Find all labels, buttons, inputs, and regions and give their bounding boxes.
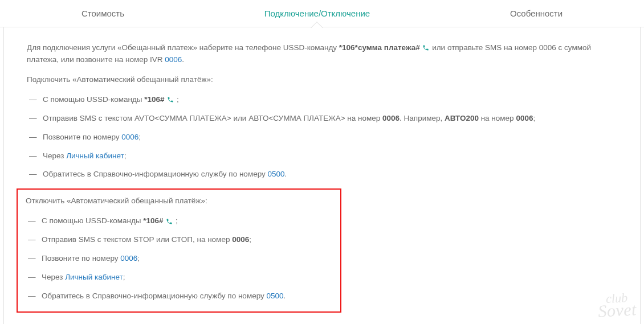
- item-text: ;: [124, 151, 127, 160]
- sms-number: 0006: [382, 114, 400, 122]
- highlight-box: Отключить «Автоматический обещанный плат…: [17, 188, 341, 313]
- item-text: . Например,: [400, 114, 445, 122]
- list-item: Позвоните по номеру 0006;: [26, 253, 332, 265]
- list-item: С помощью USSD-команды *106# ;: [26, 215, 332, 227]
- item-text: Позвоните по номеру: [43, 133, 121, 141]
- item-text: Позвоните по номеру: [42, 254, 120, 263]
- list-item: С помощью USSD-команды *106# ;: [27, 94, 617, 106]
- item-text: С помощью USSD-команды: [42, 216, 143, 225]
- ussd-code: *106#: [143, 216, 165, 225]
- tabs-bar: Стоимость Подключение/Отключение Особенн…: [0, 0, 644, 27]
- intro-text: .: [182, 55, 184, 64]
- item-text: .: [284, 292, 286, 300]
- ussd-code: *106#: [144, 95, 166, 104]
- phone-icon: [166, 218, 173, 225]
- account-link[interactable]: Личный кабинет: [66, 151, 124, 160]
- item-text: ;: [174, 95, 179, 104]
- tab-cost[interactable]: Стоимость: [81, 1, 124, 26]
- list-item: Обратитесь в Справочно-информационную сл…: [26, 290, 332, 302]
- intro-text: Для подключения услуги «Обещанный платеж…: [27, 43, 339, 52]
- item-text: Через: [43, 151, 66, 160]
- item-text: ;: [533, 114, 535, 122]
- call-link[interactable]: 0006: [121, 133, 138, 141]
- list-item: Позвоните по номеру 0006;: [27, 132, 617, 143]
- sms-number: 0006: [232, 235, 249, 244]
- item-text: ;: [138, 133, 141, 141]
- connect-list: С помощью USSD-команды *106# ; Отправив …: [27, 94, 617, 181]
- list-item: Отправив SMS с текстом AVTO<СУММА ПЛАТЕЖ…: [27, 113, 617, 125]
- item-text: на номер: [479, 114, 516, 122]
- support-link[interactable]: 0500: [267, 292, 284, 300]
- section-on-title: Подключить «Автоматический обещанный пла…: [27, 74, 617, 86]
- item-text: ;: [123, 273, 125, 281]
- list-item: Отправив SMS с текстом STOP или СТОП, на…: [26, 234, 332, 246]
- item-text: ;: [173, 216, 178, 225]
- item-text: .: [285, 170, 287, 178]
- call-link[interactable]: 0006: [120, 254, 137, 263]
- item-text: Отправив SMS с текстом STOP или СТОП, на…: [42, 235, 232, 244]
- list-item: Через Личный кабинет;: [27, 150, 617, 162]
- item-text: Через: [42, 273, 65, 281]
- disconnect-list: С помощью USSD-команды *106# ; Отправив …: [26, 215, 332, 302]
- section-off-title: Отключить «Автоматический обещанный плат…: [26, 195, 332, 207]
- phone-icon: [422, 44, 429, 51]
- item-text: ;: [137, 254, 140, 263]
- item-text: Отправив SMS с текстом AVTO<СУММА ПЛАТЕЖ…: [43, 114, 382, 122]
- tab-connect[interactable]: Подключение/Отключение: [264, 1, 370, 26]
- phone-icon: [167, 96, 174, 103]
- ussd-code: *106*сумма платежа#: [339, 43, 422, 52]
- item-text: ;: [249, 235, 251, 244]
- tab-features[interactable]: Особенности: [510, 1, 563, 26]
- sms-number: 0006: [516, 114, 533, 122]
- list-item: Обратитесь в Справочно-информационную сл…: [27, 169, 617, 181]
- ivr-link[interactable]: 0006: [165, 55, 182, 64]
- intro-paragraph: Для подключения услуги «Обещанный платеж…: [27, 42, 617, 66]
- tab-content: Для подключения услуги «Обещанный платеж…: [3, 27, 641, 324]
- item-text: Обратитесь в Справочно-информационную сл…: [43, 170, 268, 178]
- account-link[interactable]: Личный кабинет: [65, 273, 123, 281]
- item-text: Обратитесь в Справочно-информационную сл…: [42, 292, 267, 300]
- support-link[interactable]: 0500: [268, 170, 285, 178]
- item-text: С помощью USSD-команды: [43, 95, 144, 104]
- sms-example: АВТО200: [445, 114, 479, 122]
- list-item: Через Личный кабинет;: [26, 272, 332, 284]
